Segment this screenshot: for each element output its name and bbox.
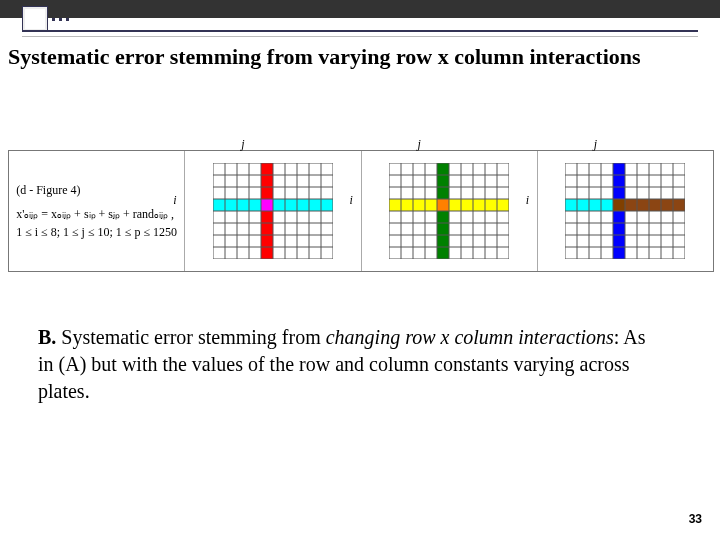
theme-top-bar xyxy=(0,0,720,18)
svg-rect-51 xyxy=(625,199,685,211)
svg-rect-27 xyxy=(437,199,449,211)
axis-j-label: j xyxy=(594,137,597,152)
figure-row: (d - Figure 4) x'ₒᵢⱼₚ = xₒᵢⱼₚ + sᵢₚ + sⱼ… xyxy=(8,150,714,272)
grid-cell-2: i j xyxy=(361,151,537,271)
theme-rule xyxy=(22,30,698,37)
figure-caption: (d - Figure 4) xyxy=(16,181,177,199)
equation-box: (d - Figure 4) x'ₒᵢⱼₚ = xₒᵢⱼₚ + sᵢₚ + sⱼ… xyxy=(10,181,183,241)
theme-dots xyxy=(52,18,69,21)
svg-rect-52 xyxy=(613,199,625,211)
theme-corner-square xyxy=(22,6,48,32)
slide: Systematic error stemming from varying r… xyxy=(0,0,720,540)
plate-grid-1 xyxy=(213,163,333,259)
figure-bounds: 1 ≤ i ≤ 8; 1 ≤ j ≤ 10; 1 ≤ p ≤ 1250 xyxy=(16,223,177,241)
page-number: 33 xyxy=(689,512,702,526)
axis-j-label: j xyxy=(241,137,244,152)
plate-grid-3 xyxy=(565,163,685,259)
axis-i-label: i xyxy=(350,193,353,208)
figure-formula: x'ₒᵢⱼₚ = xₒᵢⱼₚ + sᵢₚ + sⱼₚ + randₒᵢⱼₚ , xyxy=(16,205,177,223)
paragraph-pre: Systematic error stemming from xyxy=(56,326,325,348)
svg-rect-3 xyxy=(261,199,273,211)
figure-equation-cell: (d - Figure 4) x'ₒᵢⱼₚ = xₒᵢⱼₚ + sᵢₚ + sⱼ… xyxy=(9,151,184,271)
plate-grid-2 xyxy=(389,163,509,259)
description-paragraph: B. Systematic error stemming from changi… xyxy=(38,324,658,405)
paragraph-italic: changing row x column interactions xyxy=(326,326,614,348)
axis-j-label: j xyxy=(418,137,421,152)
axis-i-label: i xyxy=(173,193,176,208)
paragraph-lead: B. xyxy=(38,326,56,348)
grid-cell-1: i j xyxy=(184,151,360,271)
axis-i-label: i xyxy=(526,193,529,208)
slide-title: Systematic error stemming from varying r… xyxy=(8,44,641,70)
grid-cell-3: i j xyxy=(537,151,713,271)
